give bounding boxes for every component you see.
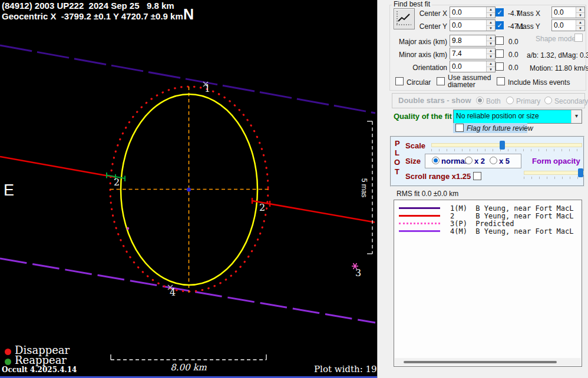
- shape-model-label: Shape model: [536, 35, 577, 43]
- quality-of-fit-combobox[interactable]: No reliable position or size ▾: [453, 110, 582, 124]
- double-stars-primary-radio[interactable]: [506, 97, 514, 104]
- center-x-spin-up-icon[interactable]: ▲: [487, 7, 495, 13]
- double-stars-primary-label: Primary: [516, 97, 540, 105]
- double-stars-both-label: Both: [486, 97, 501, 105]
- major-axis-input-wrap: ▲▼: [450, 35, 495, 47]
- rms-fit-label: RMS fit 0.0 ±0.0 km: [397, 190, 458, 198]
- ellipse-center-dot: [187, 188, 191, 192]
- center-y-input[interactable]: [450, 20, 485, 31]
- legend-row-2[interactable]: 2 B Yeung, near Fort MacL: [394, 212, 582, 220]
- size-x5-label: x 5: [499, 157, 510, 165]
- center-y-spin-up-icon[interactable]: ▲: [487, 20, 495, 26]
- scroll-range-label: Scroll range x1.25: [405, 172, 471, 181]
- include-miss-events-checkbox[interactable]: [497, 77, 505, 85]
- center-y-label: Center Y: [412, 22, 447, 31]
- mass-x-spin-up-icon[interactable]: ▲: [576, 7, 584, 13]
- chord-1-line[interactable]: [0, 45, 375, 113]
- mass-y-spin-up-icon[interactable]: ▲: [576, 20, 584, 26]
- legend-label-2: 2 B Yeung, near Fort MacL: [450, 212, 574, 220]
- km-scale-label: 8.00 km: [159, 362, 218, 373]
- minor-axis-input[interactable]: [450, 48, 485, 59]
- legend-swatch-4: [399, 230, 440, 232]
- form-opacity-slider-track[interactable]: [524, 171, 584, 175]
- mass-y-spin-down-icon[interactable]: ▼: [576, 26, 584, 31]
- legend-row-4[interactable]: 4(M) B Yeung, near Fort MacL: [394, 227, 582, 235]
- legend-label-3: 3(P) Predicted: [450, 220, 514, 228]
- version-label: Occult 4.2025.4.14: [2, 366, 77, 374]
- chord-legend-listbox[interactable]: 1(M) B Yeung, near Fort MacL 2 B Yeung, …: [394, 200, 582, 367]
- legend-row-1[interactable]: 1(M) B Yeung, near Fort MacL: [394, 204, 582, 212]
- predicted-path-dot: [127, 227, 129, 230]
- sky-plane-plot: [0, 0, 377, 378]
- center-x-offset-checkbox[interactable]: ✓: [495, 8, 504, 16]
- mass-y-input-wrap: ▲▼: [551, 19, 585, 31]
- plot-letter-p: P: [395, 139, 400, 148]
- major-axis-zero-checkbox[interactable]: [495, 37, 504, 45]
- chord-4-label: 4: [170, 287, 176, 298]
- circular-checkbox[interactable]: [395, 77, 404, 85]
- center-y-input-wrap: ▲▼: [450, 19, 495, 31]
- plot-letter-l: L: [395, 148, 399, 157]
- best-fit-chart-icon: [394, 9, 413, 28]
- scroll-range-checkbox[interactable]: [473, 172, 481, 180]
- major-axis-spin-up-icon[interactable]: ▲: [487, 35, 495, 41]
- motion-label: Motion: 11.80 km/s: [530, 64, 588, 72]
- mass-y-input[interactable]: [552, 20, 575, 31]
- shape-model-checkbox[interactable]: [574, 34, 583, 42]
- use-assumed-diameter-label: Use assumeddiameter: [448, 74, 491, 88]
- plot-letter-o: O: [394, 158, 400, 167]
- major-axis-spin-down-icon[interactable]: ▼: [487, 41, 495, 47]
- orientation-zero-checkbox[interactable]: [495, 62, 504, 71]
- center-y-offset-checkbox[interactable]: ✓: [495, 21, 504, 29]
- double-stars-both-radio[interactable]: [476, 97, 484, 104]
- chord-2-left-segment[interactable]: [0, 157, 115, 177]
- quality-dropdown-arrow-icon[interactable]: ▾: [571, 110, 582, 123]
- flag-review-checkbox[interactable]: [455, 124, 464, 132]
- major-axis-zero-label: 0.0: [508, 38, 518, 46]
- circular-label: Circular: [407, 78, 431, 87]
- minor-axis-spin-down-icon[interactable]: ▼: [487, 54, 495, 59]
- size-normal-radio[interactable]: [432, 157, 440, 164]
- minor-axis-zero-label: 0.0: [508, 51, 518, 59]
- minor-axis-spin-up-icon[interactable]: ▲: [487, 48, 495, 54]
- scale-slider-thumb[interactable]: [500, 141, 505, 150]
- scale-slider-ticks: [431, 149, 582, 151]
- center-y-spin-down-icon[interactable]: ▼: [487, 26, 495, 31]
- orientation-input-wrap: ▲▼: [450, 61, 495, 72]
- plot-letter-t: T: [395, 167, 399, 176]
- north-direction-label: N: [183, 6, 194, 23]
- control-panel: Find best fit Center X ▲▼ ✓ -4.7 Mass X …: [377, 0, 588, 378]
- include-miss-events-label: Include Miss events: [508, 78, 570, 87]
- mass-x-spin-down-icon[interactable]: ▼: [576, 13, 584, 18]
- scale-slider-track[interactable]: [431, 143, 582, 147]
- major-axis-input[interactable]: [450, 35, 485, 46]
- legend-swatch-3: [399, 223, 440, 224]
- center-x-input-wrap: ▲▼: [450, 6, 495, 18]
- minor-axis-zero-checkbox[interactable]: [495, 49, 504, 58]
- orientation-spin-down-icon[interactable]: ▼: [487, 67, 495, 72]
- chord-2-left-label: 2: [114, 177, 120, 188]
- chord-4-line[interactable]: [0, 258, 375, 323]
- legend-horizontal-scrollbar[interactable]: [395, 358, 581, 366]
- orientation-spin-up-icon[interactable]: ▲: [487, 61, 495, 67]
- size-x5-radio[interactable]: [490, 157, 497, 164]
- use-assumed-diameter-checkbox[interactable]: [437, 77, 445, 85]
- form-opacity-slider-thumb[interactable]: [578, 168, 583, 177]
- plot-canvas[interactable]: (84912) 2003 UP222 2024 Sep 25 9.8 km Ge…: [0, 0, 377, 378]
- legend-swatch-2: [399, 215, 440, 217]
- legend-scrollbar-thumb[interactable]: [404, 361, 557, 363]
- orientation-input[interactable]: [450, 61, 485, 72]
- legend-row-3[interactable]: 3(P) Predicted: [394, 220, 582, 227]
- mas-scale-label: 5 mas: [360, 173, 368, 203]
- mass-x-label: Mass X: [517, 9, 540, 18]
- double-stars-secondary-label: Secondary: [554, 97, 588, 105]
- reappear-dot-icon: [5, 359, 11, 365]
- flag-review-label: Flag for future review: [467, 124, 533, 132]
- disappear-dot-icon: [5, 349, 11, 355]
- center-x-spin-down-icon[interactable]: ▼: [487, 13, 495, 18]
- east-direction-label: E: [4, 181, 14, 200]
- center-x-input[interactable]: [450, 7, 485, 18]
- double-stars-secondary-radio[interactable]: [544, 97, 552, 104]
- size-x2-radio[interactable]: [465, 157, 473, 164]
- mass-x-input[interactable]: [552, 7, 575, 18]
